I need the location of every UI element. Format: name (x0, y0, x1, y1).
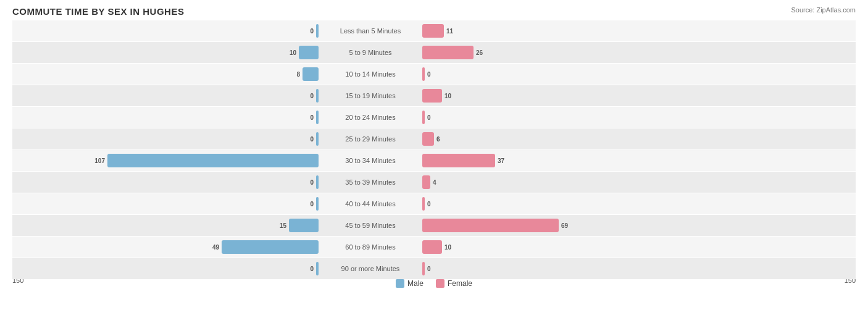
left-bar-area: 0 (12, 262, 321, 275)
male-bar (107, 154, 319, 167)
chart-row: 040 to 44 Minutes0 (12, 193, 856, 214)
legend-male-box (396, 279, 404, 288)
left-wrapper: 8 (12, 67, 319, 81)
row-label: 10 to 14 Minutes (321, 70, 420, 78)
female-bar (422, 154, 495, 167)
male-value-zero: 0 (310, 28, 314, 35)
right-bar-area: 26 (420, 46, 728, 59)
right-bar-area: 37 (420, 154, 728, 167)
right-bar-area: 10 (420, 89, 728, 103)
female-bar-zero (422, 67, 425, 81)
female-value-outside: 10 (444, 244, 451, 251)
legend-female-box (436, 279, 444, 288)
chart-row: 020 to 24 Minutes0 (12, 107, 856, 128)
female-bar (422, 175, 430, 189)
left-bar-area: 10 (12, 46, 321, 59)
left-bar-area: 107 (12, 154, 321, 167)
left-wrapper: 10 (12, 46, 319, 59)
right-bar-area: 0 (420, 67, 728, 81)
male-value-zero: 0 (310, 114, 314, 121)
left-wrapper: 0 (12, 132, 319, 146)
female-value-outside: 4 (433, 179, 436, 186)
female-bar (422, 46, 474, 59)
right-wrapper: 0 (422, 197, 728, 211)
male-bar (289, 219, 319, 232)
right-wrapper: 26 (422, 46, 728, 59)
left-bar-area: 0 (12, 89, 321, 103)
left-bar-area: 49 (12, 240, 321, 254)
female-value-outside: 6 (436, 136, 440, 143)
male-bar-zero (316, 175, 319, 189)
left-bar-area: 0 (12, 132, 321, 146)
chart-row: 4960 to 89 Minutes10 (12, 237, 856, 258)
female-bar-zero (422, 197, 425, 211)
male-bar-zero (316, 24, 319, 38)
right-bar-area: 6 (420, 132, 728, 146)
chart-row: 1545 to 59 Minutes69 (12, 215, 856, 236)
male-bar (222, 240, 319, 254)
male-value-zero: 0 (310, 136, 314, 143)
legend-male-label: Male (407, 279, 424, 288)
legend-male: Male (396, 279, 424, 288)
male-value-outside: 49 (212, 244, 219, 251)
row-label: 40 to 44 Minutes (321, 200, 420, 208)
left-bar-area: 0 (12, 175, 321, 189)
male-value-outside: 107 (94, 157, 105, 164)
male-value-zero: 0 (310, 201, 314, 208)
female-bar (422, 219, 559, 232)
male-bar-zero (316, 132, 319, 146)
row-label: 30 to 34 Minutes (321, 157, 420, 164)
chart-row: 10730 to 34 Minutes37 (12, 150, 856, 171)
chart-title: COMMUTE TIME BY SEX IN HUGHES (12, 6, 856, 17)
left-wrapper: 0 (12, 262, 319, 275)
female-bar (422, 24, 444, 38)
male-value-zero: 0 (310, 93, 314, 99)
chart-row: 0Less than 5 Minutes11 (12, 20, 856, 41)
female-value-outside: 69 (561, 222, 568, 229)
chart-row: 105 to 9 Minutes26 (12, 42, 856, 63)
right-bar-area: 69 (420, 219, 728, 232)
right-bar-area: 11 (420, 24, 728, 38)
right-bar-area: 0 (420, 262, 728, 275)
left-wrapper: 0 (12, 197, 319, 211)
female-bar (422, 132, 434, 146)
chart-row: 035 to 39 Minutes4 (12, 172, 856, 193)
source-label: Source: ZipAtlas.com (791, 6, 856, 14)
left-wrapper: 0 (12, 89, 319, 103)
row-label: 5 to 9 Minutes (321, 49, 420, 56)
right-wrapper: 0 (422, 262, 728, 275)
chart-row: 025 to 29 Minutes6 (12, 128, 856, 149)
male-bar-zero (316, 197, 319, 211)
left-wrapper: 15 (12, 219, 319, 232)
chart-container: COMMUTE TIME BY SEX IN HUGHES Source: Zi… (0, 0, 868, 323)
female-bar-zero (422, 262, 425, 275)
left-wrapper: 0 (12, 24, 319, 38)
left-wrapper: 49 (12, 240, 319, 254)
right-wrapper: 4 (422, 175, 728, 189)
row-label: Less than 5 Minutes (321, 27, 420, 35)
female-value-zero: 0 (427, 114, 431, 121)
row-label: 45 to 59 Minutes (321, 222, 420, 229)
female-value-zero: 0 (427, 71, 431, 78)
left-bar-area: 0 (12, 111, 321, 124)
right-wrapper: 37 (422, 154, 728, 167)
male-bar (299, 46, 319, 59)
row-label: 90 or more Minutes (321, 265, 420, 272)
male-value-outside: 8 (296, 71, 300, 78)
right-wrapper: 0 (422, 67, 728, 81)
left-bar-area: 8 (12, 67, 321, 81)
left-wrapper: 0 (12, 111, 319, 124)
male-value-outside: 15 (280, 222, 286, 229)
male-bar-zero (316, 89, 319, 103)
male-bar-zero (316, 111, 319, 124)
female-bar-zero (422, 111, 425, 124)
male-value-outside: 10 (290, 49, 296, 56)
chart-row: 090 or more Minutes0 (12, 258, 856, 279)
left-wrapper: 107 (12, 154, 319, 167)
female-value-zero: 0 (427, 266, 431, 272)
row-label: 15 to 19 Minutes (321, 92, 420, 99)
right-wrapper: 10 (422, 89, 728, 103)
chart-area: 0Less than 5 Minutes11105 to 9 Minutes26… (12, 20, 856, 275)
female-bar (422, 240, 442, 254)
left-bar-area: 0 (12, 24, 321, 38)
